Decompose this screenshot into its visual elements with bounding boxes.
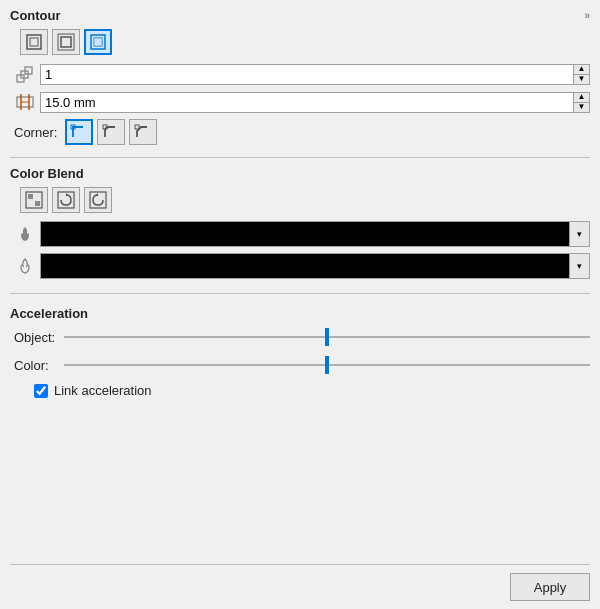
main-panel: Contour » bbox=[0, 0, 600, 609]
color1-icon bbox=[14, 223, 36, 245]
link-acceleration-row: Link acceleration bbox=[10, 383, 590, 398]
blend-type-3-icon bbox=[89, 191, 107, 209]
color2-row: ▾ bbox=[10, 253, 590, 279]
corner-sharp-icon bbox=[69, 123, 89, 141]
object-slider-label: Object: bbox=[14, 330, 64, 345]
color1-dropdown[interactable]: ▾ bbox=[40, 221, 590, 247]
offset-spin: ▲ ▼ bbox=[573, 93, 589, 112]
color-slider-label: Color: bbox=[14, 358, 64, 373]
link-acceleration-checkbox[interactable] bbox=[34, 384, 48, 398]
color-slider-row: Color: bbox=[10, 355, 590, 375]
corner-round-btn[interactable] bbox=[97, 119, 125, 145]
svg-rect-0 bbox=[27, 35, 41, 49]
apply-button[interactable]: Apply bbox=[510, 573, 590, 601]
acceleration-section: Acceleration Object: Color: Link acceler… bbox=[10, 306, 590, 406]
steps-spin-down[interactable]: ▼ bbox=[574, 74, 589, 84]
offset-input[interactable] bbox=[41, 93, 573, 112]
object-slider-container bbox=[64, 327, 590, 347]
offset-spin-down[interactable]: ▼ bbox=[574, 102, 589, 112]
color2-dropdown-arrow[interactable]: ▾ bbox=[569, 254, 589, 278]
color-blend-title: Color Blend bbox=[10, 166, 84, 181]
offset-spin-up[interactable]: ▲ bbox=[574, 93, 589, 102]
color-blend-toolbar bbox=[10, 187, 590, 213]
contour-type-btn-3[interactable] bbox=[84, 29, 112, 55]
object-slider[interactable] bbox=[64, 327, 590, 347]
contour-type-btn-2[interactable] bbox=[52, 29, 80, 55]
contour-type-2-icon bbox=[57, 33, 75, 51]
svg-rect-2 bbox=[61, 37, 71, 47]
color-slider[interactable] bbox=[64, 355, 590, 375]
blend-type-btn-3[interactable] bbox=[84, 187, 112, 213]
acceleration-header: Acceleration bbox=[10, 306, 590, 321]
steps-spin: ▲ ▼ bbox=[573, 65, 589, 84]
acceleration-title: Acceleration bbox=[10, 306, 88, 321]
color2-icon bbox=[14, 255, 36, 277]
color2-dropdown[interactable]: ▾ bbox=[40, 253, 590, 279]
offset-input-container: ▲ ▼ bbox=[40, 92, 590, 113]
svg-rect-6 bbox=[94, 38, 102, 46]
corner-bevel-icon bbox=[133, 123, 153, 141]
color-blend-header: Color Blend bbox=[10, 166, 590, 181]
steps-spin-up[interactable]: ▲ bbox=[574, 65, 589, 74]
svg-rect-19 bbox=[35, 201, 40, 206]
object-slider-row: Object: bbox=[10, 327, 590, 347]
color2-swatch bbox=[41, 254, 569, 278]
color1-dropdown-arrow[interactable]: ▾ bbox=[569, 222, 589, 246]
contour-type-3-icon bbox=[89, 33, 107, 51]
divider-2 bbox=[10, 293, 590, 294]
offset-icon-svg bbox=[16, 93, 34, 111]
contour-title: Contour bbox=[10, 8, 61, 23]
offset-icon bbox=[14, 91, 36, 113]
blend-type-2-icon bbox=[57, 191, 75, 209]
blend-type-1-icon bbox=[25, 191, 43, 209]
steps-row: ▲ ▼ bbox=[10, 63, 590, 85]
contour-type-1-icon bbox=[25, 33, 43, 51]
svg-rect-18 bbox=[28, 194, 33, 199]
contour-section-header: Contour » bbox=[10, 8, 590, 23]
color1-row: ▾ bbox=[10, 221, 590, 247]
corner-label: Corner: bbox=[14, 125, 57, 140]
steps-icon bbox=[14, 63, 36, 85]
svg-marker-21 bbox=[66, 193, 69, 196]
steps-input[interactable] bbox=[41, 65, 573, 84]
color1-swatch bbox=[41, 222, 569, 246]
contour-toolbar bbox=[10, 29, 590, 55]
corner-sharp-btn[interactable] bbox=[65, 119, 93, 145]
link-acceleration-label: Link acceleration bbox=[54, 383, 152, 398]
blend-type-btn-1[interactable] bbox=[20, 187, 48, 213]
corner-row: Corner: bbox=[10, 119, 590, 145]
steps-icon-svg bbox=[16, 65, 34, 83]
svg-marker-23 bbox=[95, 193, 98, 196]
svg-rect-1 bbox=[30, 38, 38, 46]
divider-1 bbox=[10, 157, 590, 158]
corner-round-icon bbox=[101, 123, 121, 141]
expand-icon: » bbox=[584, 10, 590, 21]
steps-input-container: ▲ ▼ bbox=[40, 64, 590, 85]
color-slider-container bbox=[64, 355, 590, 375]
color1-icon-svg bbox=[16, 225, 34, 243]
color2-icon-svg bbox=[16, 257, 34, 275]
bottom-bar: Apply bbox=[10, 564, 590, 601]
offset-row: ▲ ▼ bbox=[10, 91, 590, 113]
corner-bevel-btn[interactable] bbox=[129, 119, 157, 145]
blend-type-btn-2[interactable] bbox=[52, 187, 80, 213]
contour-type-btn-1[interactable] bbox=[20, 29, 48, 55]
